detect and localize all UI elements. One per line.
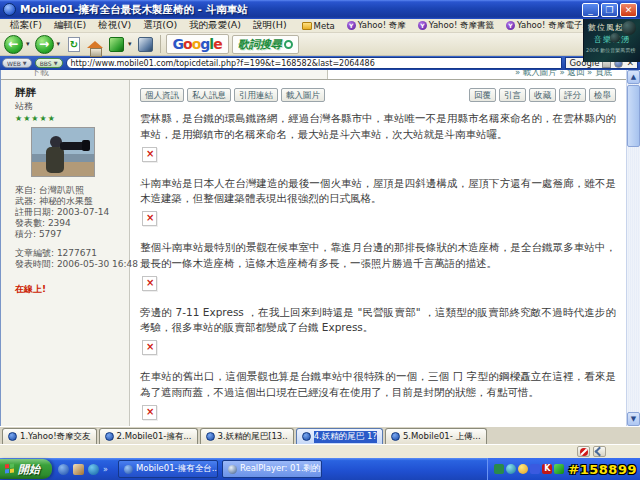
menu-edit[interactable]: 編輯(E) [48, 19, 92, 32]
banner-graphic [622, 21, 636, 35]
vertical-scrollbar[interactable]: ▲ ▼ [626, 70, 640, 426]
post-paragraph: 旁邊的 7-11 Express ，在我上回來到時還是 "民營販賣部" ，這類型… [140, 305, 616, 337]
scrollbar-thumb[interactable] [627, 85, 640, 147]
browser-window: Mobile01-擁有全台最長木製座椅的 - 斗南車站 _ ❐ ✕ 檔案(F) … [0, 0, 640, 480]
linkbar-yahoo-bookmarks[interactable]: YYahoo! 奇摩書籤 [415, 20, 497, 32]
refresh-button[interactable]: ↻ [65, 35, 83, 53]
broken-image-icon[interactable]: × [142, 405, 157, 420]
google-toolbar-button[interactable]: Google [166, 34, 229, 54]
banner-graphic [610, 33, 620, 43]
tools-status-icon[interactable] [593, 446, 606, 457]
previous-post-clipped-row: 下載 » 載入圖片 » 返回 » 頁底 [1, 70, 626, 80]
quick-launch-desktop-icon[interactable] [88, 464, 99, 475]
scrollbar-track[interactable] [627, 147, 640, 412]
home-button[interactable] [86, 35, 104, 53]
green-cube-icon [109, 37, 124, 52]
post-top-links[interactable]: » 載入圖片 » 返回 » 頁底 [328, 70, 626, 79]
divider [160, 35, 161, 53]
linkbar-yahoo-mail[interactable]: YYahoo! 奇摩電子... [503, 20, 593, 32]
close-button[interactable]: ✕ [620, 3, 637, 17]
tab-favicon [8, 432, 17, 441]
profile-button[interactable]: 個人資訊 [140, 88, 184, 102]
restore-button[interactable]: ❐ [601, 3, 618, 17]
yahoo-icon: Y [347, 21, 356, 30]
menu-options[interactable]: 選項(O) [137, 19, 183, 32]
web-search-dropdown[interactable]: WEB▼ [2, 58, 32, 68]
menu-bar: 檔案(F) 編輯(E) 檢視(V) 選項(O) 我的最愛(A) 說明(H) Me… [0, 19, 583, 33]
status-bar [0, 444, 640, 458]
taskbar-item-realplayer[interactable]: RealPlayer: 01.剩的人... [222, 460, 322, 478]
private-message-button[interactable]: 私人訊息 [187, 88, 231, 102]
tab-fairy-tail-13[interactable]: 3.妖精的尾巴[13.. [200, 428, 294, 444]
post-author-panel: 胖胖 站務 ★★★★★ 來自: 台 [1, 80, 130, 426]
post-button-row: 個人資訊 私人訊息 引用連結 載入圖片 回覆 引言 收藏 評分 檢舉 [140, 88, 616, 102]
post-paragraph: 雲林縣，是台鐵的環島鐵路網，經過台灣各縣市中，車站唯一不是用縣市名稱來命名的，在… [140, 111, 616, 143]
tab-favicon [206, 432, 215, 441]
forward-dropdown[interactable]: ▾ [57, 40, 61, 48]
scroll-up-button[interactable]: ▲ [627, 70, 640, 84]
rate-button[interactable]: 評分 [559, 88, 586, 102]
broken-image-icon[interactable]: × [142, 147, 157, 162]
tray-antivirus-icon[interactable]: K [542, 464, 552, 474]
bookmark-button[interactable]: 收藏 [529, 88, 556, 102]
globe-icon [124, 465, 133, 474]
author-name[interactable]: 胖胖 [15, 86, 125, 100]
windows-taskbar: 開始 » Mobile01-擁有全台... RealPlayer: 01.剩的人… [0, 458, 640, 480]
online-status: 在線上! [15, 284, 125, 295]
tab-fairy-tail-active[interactable]: 4.妖精的尾巴 1? [296, 428, 383, 444]
tray-messenger-icon[interactable] [506, 464, 516, 474]
reply-button[interactable]: 回覆 [469, 88, 496, 102]
tray-green-icon[interactable] [494, 464, 504, 474]
plugins-dropdown[interactable]: ▾ [128, 40, 132, 48]
minimize-button[interactable]: _ [582, 3, 599, 17]
menu-view[interactable]: 檢視(V) [92, 19, 137, 32]
tray-blue-icon[interactable] [530, 464, 540, 474]
back-button[interactable]: ← [4, 35, 23, 54]
url-input[interactable]: http://www.mobile01.com/topicdetail.php?… [66, 57, 563, 69]
tools-button[interactable] [137, 35, 155, 53]
quote-link-button[interactable]: 引用連結 [234, 88, 278, 102]
start-button[interactable]: 開始 [0, 459, 52, 479]
windows-flag-icon [5, 463, 15, 474]
broken-image-icon[interactable]: × [142, 211, 157, 226]
broken-image-icon[interactable]: × [142, 276, 157, 291]
forward-button[interactable]: → [35, 35, 54, 54]
plugins-button[interactable] [107, 35, 125, 53]
broken-image-icon[interactable]: × [142, 340, 157, 355]
post-paragraph: 整個斗南車站最特別的景觀在候車室中，靠進月台邊的那排長條狀的木造座椅，是全台鐵眾… [140, 240, 616, 272]
tab-mobile01-upload[interactable]: 5.Mobile01- 上傳... [385, 428, 487, 444]
page-content: 下載 » 載入圖片 » 返回 » 頁底 胖胖 站務 ★★★★★ [0, 70, 640, 426]
author-score: 積分: 5797 [15, 229, 125, 240]
quick-launch-mail-icon[interactable] [73, 464, 84, 475]
title-bar: Mobile01-擁有全台最長木製座椅的 - 斗南車站 _ ❐ ✕ [0, 0, 640, 19]
taskbar-item-mobile01[interactable]: Mobile01-擁有全台... [118, 460, 218, 478]
yahoo-icon: Y [506, 21, 515, 30]
report-button[interactable]: 檢舉 [589, 88, 616, 102]
author-registered: 註冊日期: 2003-07-14 [15, 207, 125, 218]
menu-help[interactable]: 說明(H) [247, 19, 293, 32]
home-icon [87, 41, 103, 48]
block-popup-icon[interactable] [577, 446, 590, 457]
banner-ad[interactable]: 數位風起 音樂雲湧 2006 數位音樂風雲榜 [583, 19, 640, 62]
tray-network-icon[interactable] [554, 464, 564, 474]
menu-file[interactable]: 檔案(F) [4, 19, 48, 32]
tab-favicon [302, 432, 311, 441]
menu-favorites[interactable]: 我的最愛(A) [183, 19, 247, 32]
blue-cube-icon [138, 37, 153, 52]
quick-launch-browser-icon[interactable] [58, 464, 69, 475]
load-images-button[interactable]: 載入圖片 [281, 88, 325, 102]
back-dropdown[interactable]: ▾ [26, 40, 30, 48]
quote-button[interactable]: 引言 [499, 88, 526, 102]
tab-yahoo-friends[interactable]: 1.Yahoo!奇摩交友 [2, 428, 97, 444]
window-title: Mobile01-擁有全台最長木製座椅的 - 斗南車站 [20, 3, 580, 17]
bbs-search-dropdown[interactable]: BBS▼ [35, 58, 63, 68]
tray-smiley-icon[interactable] [518, 464, 528, 474]
lyrics-search-button[interactable]: 歌詞搜尋 [232, 35, 299, 54]
linkbar-yahoo[interactable]: YYahoo! 奇摩 [344, 20, 409, 32]
scroll-down-button[interactable]: ▼ [627, 412, 640, 426]
quick-launch-overflow-chevron[interactable]: » [103, 465, 108, 474]
tab-mobile01[interactable]: 2.Mobile01-擁有... [99, 428, 198, 444]
linkbar-meta[interactable]: Meta [299, 21, 338, 31]
author-role: 站務 [15, 101, 125, 112]
navigation-toolbar: ← ▾ → ▾ ↻ ▾ Google 歌詞搜尋 [0, 33, 583, 56]
